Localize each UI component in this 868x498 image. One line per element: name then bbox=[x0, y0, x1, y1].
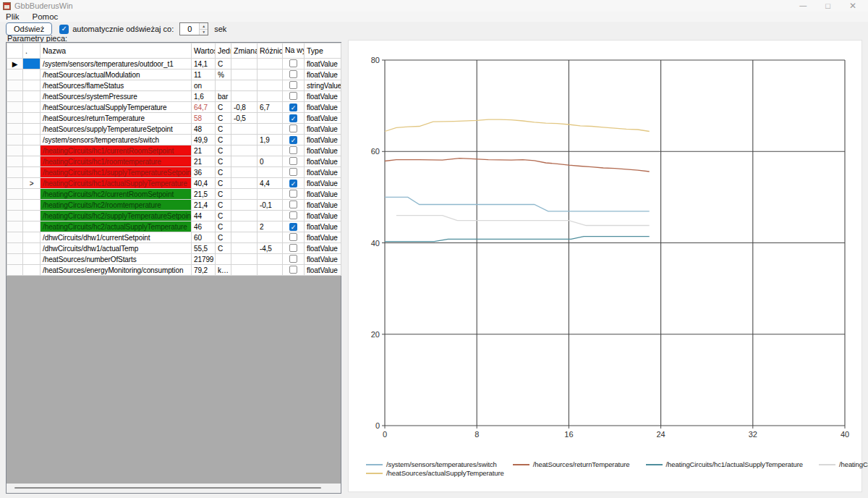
param-diff-cell[interactable]: -0,1 bbox=[258, 200, 283, 211]
param-unit-cell[interactable]: C bbox=[216, 156, 231, 167]
mark-cell[interactable] bbox=[23, 156, 41, 167]
param-diff-cell[interactable] bbox=[258, 167, 283, 178]
row-selector-cell[interactable] bbox=[7, 211, 23, 221]
mark-cell[interactable] bbox=[23, 124, 41, 135]
param-change-cell[interactable] bbox=[231, 254, 258, 265]
param-unit-cell[interactable]: bar bbox=[216, 91, 231, 102]
param-change-cell[interactable] bbox=[231, 156, 258, 167]
interval-input[interactable] bbox=[180, 23, 199, 35]
row-selector-cell[interactable] bbox=[7, 102, 23, 113]
param-change-cell[interactable]: -0,8 bbox=[231, 102, 258, 113]
param-type-cell[interactable]: floatValue bbox=[305, 124, 341, 135]
param-value-cell[interactable]: 1,6 bbox=[192, 91, 216, 102]
checkbox-unchecked-icon[interactable] bbox=[289, 70, 297, 78]
param-diff-cell[interactable]: -4,5 bbox=[258, 243, 283, 254]
param-type-cell[interactable]: floatValue bbox=[305, 221, 341, 232]
param-value-cell[interactable]: 11 bbox=[192, 69, 216, 80]
param-type-cell[interactable]: floatValue bbox=[305, 59, 341, 69]
param-diff-cell[interactable]: 4,4 bbox=[258, 178, 283, 189]
param-name-cell[interactable]: /heatSources/energyMonitoring/consumptio… bbox=[41, 265, 192, 276]
param-type-cell[interactable]: floatValue bbox=[305, 178, 341, 189]
param-change-cell[interactable] bbox=[231, 167, 258, 178]
param-value-cell[interactable]: 21,5 bbox=[192, 189, 216, 200]
mark-cell[interactable] bbox=[23, 69, 41, 80]
param-change-cell[interactable] bbox=[231, 200, 258, 211]
param-name-cell[interactable]: /heatingCircuits/hc1/currentRoomSetpoint bbox=[41, 145, 192, 156]
param-diff-cell[interactable] bbox=[258, 189, 283, 200]
param-unit-cell[interactable]: C bbox=[216, 178, 231, 189]
spin-down-icon[interactable]: ▼ bbox=[200, 29, 208, 35]
param-value-cell[interactable]: 36 bbox=[192, 167, 216, 178]
col-header-rowselector[interactable] bbox=[7, 43, 23, 59]
param-diff-cell[interactable] bbox=[258, 59, 283, 69]
param-value-cell[interactable]: on bbox=[192, 80, 216, 91]
param-unit-cell[interactable] bbox=[216, 80, 231, 91]
scrollbar-thumb[interactable] bbox=[14, 487, 321, 489]
row-selector-cell[interactable]: ▶ bbox=[7, 59, 23, 69]
param-type-cell[interactable]: floatValue bbox=[305, 102, 341, 113]
param-type-cell[interactable]: floatValue bbox=[305, 156, 341, 167]
checkbox-unchecked-icon[interactable] bbox=[289, 211, 297, 219]
row-selector-cell[interactable] bbox=[7, 167, 23, 178]
param-diff-cell[interactable]: 6,7 bbox=[258, 102, 283, 113]
param-change-cell[interactable] bbox=[231, 211, 258, 221]
col-header-wartosc[interactable]: Wartość bbox=[192, 43, 216, 59]
close-icon[interactable]: ✕ bbox=[849, 2, 856, 9]
menu-item-pomoc[interactable]: Pomoc bbox=[33, 12, 59, 21]
mark-cell[interactable] bbox=[23, 59, 41, 69]
mark-cell[interactable] bbox=[23, 189, 41, 200]
col-header-zmiana[interactable]: Zmiana bbox=[231, 43, 258, 59]
row-selector-cell[interactable] bbox=[7, 189, 23, 200]
param-type-cell[interactable]: stringValue bbox=[305, 80, 341, 91]
col-header-mark[interactable]: . bbox=[23, 43, 41, 59]
checkbox-checked-icon[interactable]: ✓ bbox=[289, 223, 297, 231]
param-name-cell[interactable]: /heatingCircuits/hc2/supplyTemperatureSe… bbox=[41, 211, 192, 221]
param-value-cell[interactable]: 49,9 bbox=[192, 135, 216, 145]
param-change-cell[interactable] bbox=[231, 135, 258, 145]
spin-up-icon[interactable]: ▲ bbox=[200, 23, 208, 29]
auto-refresh-checkbox[interactable]: ✓ bbox=[59, 25, 69, 34]
param-diff-cell[interactable] bbox=[258, 113, 283, 124]
param-unit-cell[interactable]: C bbox=[216, 232, 231, 243]
param-type-cell[interactable]: floatValue bbox=[305, 265, 341, 276]
param-value-cell[interactable]: 60 bbox=[192, 232, 216, 243]
param-diff-cell[interactable] bbox=[258, 80, 283, 91]
mark-cell[interactable] bbox=[23, 221, 41, 232]
param-change-cell[interactable] bbox=[231, 265, 258, 276]
col-header-jedn[interactable]: Jedn bbox=[216, 43, 231, 59]
param-change-cell[interactable] bbox=[231, 232, 258, 243]
mark-cell[interactable] bbox=[23, 200, 41, 211]
row-selector-cell[interactable] bbox=[7, 232, 23, 243]
param-value-cell[interactable]: 64,7 bbox=[192, 102, 216, 113]
param-name-cell[interactable]: /dhwCircuits/dhw1/currentSetpoint bbox=[41, 232, 192, 243]
row-selector-cell[interactable] bbox=[7, 243, 23, 254]
row-selector-cell[interactable] bbox=[7, 135, 23, 145]
param-name-cell[interactable]: /heatSources/actualModulation bbox=[41, 69, 192, 80]
param-change-cell[interactable] bbox=[231, 69, 258, 80]
param-type-cell[interactable]: floatValue bbox=[305, 232, 341, 243]
param-name-cell[interactable]: /heatSources/supplyTemperatureSetpoint bbox=[41, 124, 192, 135]
param-diff-cell[interactable] bbox=[258, 254, 283, 265]
checkbox-unchecked-icon[interactable] bbox=[289, 81, 297, 89]
minimize-icon[interactable]: — bbox=[799, 2, 807, 9]
mark-cell[interactable] bbox=[23, 135, 41, 145]
param-change-cell[interactable] bbox=[231, 91, 258, 102]
param-diff-cell[interactable] bbox=[258, 232, 283, 243]
param-value-cell[interactable]: 46 bbox=[192, 221, 216, 232]
param-unit-cell[interactable]: C bbox=[216, 167, 231, 178]
row-selector-cell[interactable] bbox=[7, 91, 23, 102]
param-unit-cell[interactable]: % bbox=[216, 69, 231, 80]
param-name-cell[interactable]: /dhwCircuits/dhw1/actualTemp bbox=[41, 243, 192, 254]
param-name-cell[interactable]: /heatingCircuits/hc1/supplyTemperatureSe… bbox=[41, 167, 192, 178]
param-name-cell[interactable]: /heatSources/returnTemperature bbox=[41, 113, 192, 124]
param-change-cell[interactable] bbox=[231, 178, 258, 189]
param-type-cell[interactable]: floatValue bbox=[305, 135, 341, 145]
row-selector-cell[interactable] bbox=[7, 221, 23, 232]
checkbox-unchecked-icon[interactable] bbox=[289, 266, 297, 274]
param-unit-cell[interactable]: C bbox=[216, 145, 231, 156]
param-unit-cell[interactable]: C bbox=[216, 59, 231, 69]
checkbox-unchecked-icon[interactable] bbox=[289, 244, 297, 252]
mark-cell[interactable] bbox=[23, 265, 41, 276]
param-name-cell[interactable]: /heatingCircuits/hc2/actualSupplyTempera… bbox=[41, 221, 192, 232]
mark-cell[interactable] bbox=[23, 113, 41, 124]
